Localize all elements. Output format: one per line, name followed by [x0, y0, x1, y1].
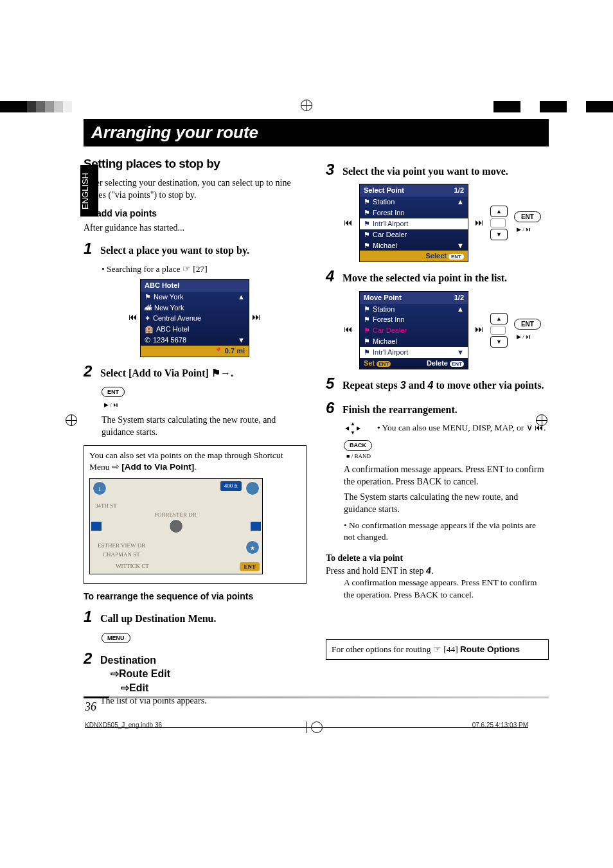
menu-path-3: ⇨Edit [121, 681, 306, 695]
ent-sub-label: ▶ / ⏯ [104, 402, 119, 408]
language-tab: ENGLISH [80, 165, 98, 217]
ent-sub: ▶ / ⏯ [517, 226, 531, 233]
via-icon: ⚑ [364, 337, 370, 346]
via-icon: ⚑ [364, 197, 370, 207]
next-track-icon: ⏭ [475, 324, 484, 336]
step-6-text: Finish the rearrangement. [342, 403, 549, 417]
mv-row-3: Michael [373, 337, 397, 346]
step-6-bullet: You can also use MENU, DISP, MAP, or ∨ ⏮… [377, 422, 546, 434]
prev-track-icon: ⏮ [344, 324, 353, 336]
dpad-icon: ▲▼◀▶ [346, 422, 359, 435]
sel-row-3: Car Dealer [373, 230, 407, 240]
hotel-row-0: New York [154, 292, 183, 302]
menu-button: MENU [102, 633, 130, 643]
down-button: ▼ [490, 229, 508, 240]
menu-path-2: ⇨Route Edit [111, 667, 306, 681]
pin-icon: 📍 [214, 347, 223, 355]
prev-track-icon: ⏮ [129, 312, 138, 324]
map-right-arrow [251, 522, 261, 531]
road-icon: ✦ [145, 314, 150, 323]
down-button: ▼ [490, 336, 508, 348]
map-star-icon: ★ [245, 540, 260, 554]
phone-icon: ✆ [145, 335, 150, 345]
hotel-distance: 0.7 mi [225, 347, 245, 355]
hotel-title: ABC Hotel [145, 281, 179, 290]
via-icon: ⚑ [364, 208, 370, 218]
via-icon: ⚑ [364, 230, 370, 240]
right-para-1: A confirmation message appears. Press EN… [344, 464, 549, 488]
select-point-group: ⏮ Select Point1/2 ⚑Station▲ ⚑Forest Inn … [344, 184, 549, 262]
registration-mark-bottom [311, 722, 323, 733]
move-delete: Delete [427, 359, 448, 367]
hotel-row-2: Central Avenue [153, 314, 201, 323]
footer-box-pre: For other options for routing ☞ [44] [332, 644, 460, 654]
map-compass-icon [245, 481, 260, 495]
map-street-1: 34TH ST [95, 502, 117, 509]
map-scale-badge: 400 ft [220, 481, 242, 490]
mv-row-1: Forest Inn [373, 315, 405, 324]
left-column: Setting places to stop by After selectin… [84, 155, 306, 711]
hotel-row-3: ABC Hotel [156, 324, 189, 334]
step-b1-text: Call up Destination Menu. [100, 612, 306, 626]
via-icon: ⚑ [364, 305, 370, 314]
subheading-add: To add via points [84, 208, 306, 220]
step-3-text: Select the via point you want to move. [342, 164, 549, 179]
flag-icon: ⚑ [145, 292, 151, 302]
step-number-b2: 2 [84, 648, 94, 669]
step-number-b1: 1 [84, 607, 94, 627]
move-set: Set [364, 359, 375, 367]
via-icon: ⚑ [364, 348, 370, 357]
select-page: 1/2 [454, 186, 464, 195]
right-para-2: The System starts calculating the new ro… [344, 492, 549, 516]
delete-title: To delete a via point [326, 553, 549, 565]
via-icon: ⚑ [364, 219, 370, 229]
step-1-text: Select a place you want to stop by. [100, 244, 306, 258]
map-street-2: FORRESTER DR [154, 511, 197, 518]
step-1-bullet: Searching for a place ☞ [27] [102, 263, 306, 275]
map-cursor-icon [169, 519, 183, 533]
step-2-paragraph: The System starts calculating the new ro… [102, 414, 306, 439]
ent-button-pill: ENT [514, 211, 541, 222]
ent-sub: ▶ / ⏯ [517, 333, 531, 340]
step-number-2: 2 [84, 361, 94, 382]
move-title: Move Point [364, 293, 402, 303]
step-2-text: Select [Add to Via Point] ⚑→. [100, 366, 306, 380]
mv-row-2: Car Dealer [373, 326, 407, 335]
sel-row-1: Forest Inn [373, 208, 405, 218]
back-sub: ■ / BAND [346, 452, 372, 460]
footer-box: For other options for routing ☞ [44] Rou… [326, 639, 549, 660]
right-column: 3 Select the via point you want to move.… [326, 155, 549, 711]
menu-path-1: Destination [100, 653, 306, 668]
map-ent-button: ENT [240, 562, 260, 571]
footer-rule [109, 696, 549, 698]
intro-paragraph: After selecting your destination, you ca… [84, 177, 306, 202]
map-street-3: ESTHER VIEW DR [98, 542, 145, 549]
move-point-group: ⏮ Move Point1/2 ⚑Station▲ ⚑Forest Inn ⚑C… [344, 291, 549, 369]
step-number-1: 1 [84, 238, 94, 259]
up-button: ▲ [490, 206, 508, 217]
via-icon: ⚑ [364, 241, 370, 251]
map-info-icon: i [93, 481, 107, 495]
hotel-icon: 🏨 [145, 324, 154, 334]
ctrl-spacer [490, 218, 506, 227]
section-title: Setting places to stop by [84, 155, 306, 172]
page-title: Arranging your route [84, 119, 549, 146]
sel-row-4: Michael [373, 241, 397, 251]
ent-button: ENT [102, 387, 125, 397]
step-number-6: 6 [326, 398, 336, 418]
sel-row-0: Station [373, 197, 395, 207]
move-page: 1/2 [454, 293, 464, 303]
select-title: Select Point [364, 186, 404, 195]
via-point-icon: ⚑→. [211, 368, 233, 378]
subheading-rearrange: To rearrange the sequence of via points [84, 590, 306, 603]
map-left-arrow [91, 522, 102, 531]
footer-box-bold: Route Options [460, 644, 520, 654]
up-button: ▲ [490, 313, 508, 324]
delete-line: Press and hold ENT in step 4. [326, 565, 549, 578]
next-track-icon: ⏭ [252, 312, 261, 324]
mv-row-0: Station [373, 305, 395, 314]
step-number-4: 4 [326, 266, 336, 287]
page-content: ENGLISH Arranging your route Setting pla… [0, 0, 613, 749]
move-ent1: ENT [377, 361, 391, 367]
via-icon: ⚑ [364, 326, 370, 335]
